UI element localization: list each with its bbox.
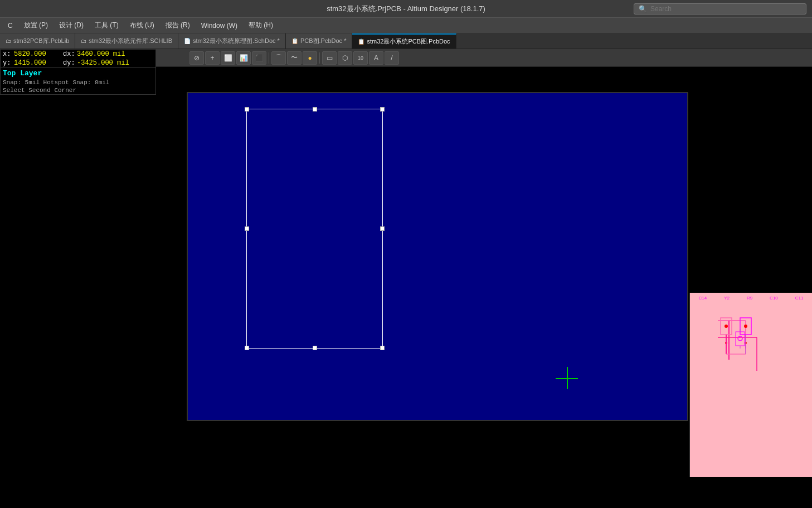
svg-point-17 [738, 336, 742, 341]
svg-point-8 [744, 325, 747, 328]
toolbar-add-btn[interactable]: + [205, 51, 220, 65]
toolbar-route-btn[interactable]: ⌒ [271, 51, 286, 65]
tab-pcbdoc[interactable]: 📋 PCB图.PcbDoc * [286, 33, 353, 49]
mini-preview-content: C14 Y2 R9 C10 C11 [690, 293, 812, 477]
toolbar-poly-btn[interactable]: ⬡ [338, 51, 352, 65]
handle-tr[interactable] [380, 107, 385, 112]
toolbar-text-btn[interactable]: A [369, 51, 383, 65]
app-title: stm32最小系统.PrjPCB - Altium Designer (18.1… [327, 4, 485, 14]
search-box[interactable]: 🔍 [634, 3, 806, 14]
pcb-canvas[interactable]: C14 Y2 R9 C10 C11 [0, 67, 812, 508]
menu-item-place[interactable]: 放置 (P) [18, 19, 54, 32]
search-input[interactable] [650, 5, 795, 13]
toolbar-filter-btn[interactable]: ⊘ [189, 51, 204, 65]
menu-item-route[interactable]: 布线 (U) [124, 19, 160, 32]
tab-label-1: stm32PCB库.PcbLib [13, 37, 69, 45]
handle-ml[interactable] [245, 226, 249, 231]
menu-item-help[interactable]: 帮助 (H) [243, 19, 279, 32]
crosshair-horizontal [556, 378, 578, 379]
mini-label-r9: R9 [747, 296, 752, 301]
toolbar-select-btn[interactable]: ⬜ [221, 51, 235, 65]
toolbar-component-btn[interactable]: ⬛ [252, 51, 266, 65]
tab-icon-2: 🗂 [81, 38, 86, 44]
tab-icon-5: 📋 [358, 38, 364, 45]
menu-item-tools[interactable]: 工具 (T) [89, 19, 124, 32]
menu-item-report[interactable]: 报告 (R) [160, 19, 196, 32]
tab-schlib[interactable]: 🗂 stm32最小系统元件库.SCHLIB [75, 33, 178, 49]
menu-item-design[interactable]: 设计 (D) [54, 19, 89, 32]
mini-label-y2: Y2 [724, 296, 730, 301]
snap-info: Snap: 5mil Hotspot Snap: 8mil [1, 79, 155, 86]
mini-label-c10: C10 [770, 296, 778, 301]
handle-tc[interactable] [313, 107, 317, 112]
menu-item-c[interactable]: C [2, 20, 18, 31]
tab-pcblib[interactable]: 🗂 stm32PCB库.PcbLib [0, 33, 75, 49]
tab-bar: 🗂 stm32PCB库.PcbLib 🗂 stm32最小系统元件库.SCHLIB… [0, 33, 812, 49]
select-info: Select Second Corner [1, 86, 155, 94]
mini-schematic [701, 304, 801, 460]
tab-label-4: PCB图.PcbDoc * [300, 37, 347, 45]
toolbar-sep-1 [269, 52, 269, 64]
pcb-board[interactable] [246, 109, 383, 349]
y-value: 1415.000 [14, 59, 59, 67]
layer-name: Top Layer [3, 69, 153, 78]
handle-bc[interactable] [313, 346, 317, 350]
dx-label: dx: [63, 50, 77, 58]
handle-bl[interactable] [245, 346, 249, 350]
coord-panel: x: 5820.000 dx: 3460.000 mil y: 1415.000… [0, 49, 156, 95]
dy-label: dy: [63, 59, 77, 67]
pcb-workspace[interactable] [187, 92, 688, 421]
search-icon: 🔍 [639, 5, 647, 13]
mini-label-c14: C14 [698, 296, 707, 301]
x-label: x: [3, 50, 14, 58]
tab-label-5: stm32最小系统PCB图.PcbDoc [367, 37, 450, 46]
layer-panel: Top Layer [1, 67, 155, 79]
tab-schdoc[interactable]: 📄 stm32最小系统原理图.SchDoc * [178, 33, 286, 49]
toolbar-pin-btn[interactable]: ● [303, 51, 317, 65]
tab-label-2: stm32最小系统元件库.SCHLIB [89, 37, 172, 45]
tab-icon-3: 📄 [184, 38, 191, 44]
dx-value: 3460.000 mil [77, 50, 125, 58]
tab-icon-4: 📋 [291, 38, 298, 44]
toolbar-line-btn[interactable]: / [385, 51, 399, 65]
toolbar-wave-btn[interactable]: 〜 [287, 51, 302, 65]
toolbar-rect-btn[interactable]: ▭ [322, 51, 337, 65]
toolbar-chart-btn[interactable]: 📊 [236, 51, 251, 65]
mini-component-labels: C14 Y2 R9 C10 C11 [690, 296, 812, 301]
tab-label-3: stm32最小系统原理图.SchDoc * [193, 37, 280, 45]
menu-item-window[interactable]: Window (W) [196, 20, 243, 31]
toolbar-sep-2 [319, 52, 320, 64]
mini-label-c11: C11 [795, 296, 804, 301]
mini-svg [701, 304, 801, 460]
coord-y-row: y: 1415.000 dy: -3425.000 mil [1, 59, 155, 67]
handle-mr[interactable] [380, 226, 385, 231]
coord-x-row: x: 5820.000 dx: 3460.000 mil [1, 50, 155, 59]
title-bar: stm32最小系统.PrjPCB - Altium Designer (18.1… [0, 0, 812, 18]
svg-point-7 [725, 325, 728, 328]
mini-preview: C14 Y2 R9 C10 C11 [689, 293, 812, 477]
canvas-area[interactable]: C14 Y2 R9 C10 C11 [0, 67, 812, 508]
toolbar-num-btn[interactable]: 10 [353, 51, 368, 65]
x-value: 5820.000 [14, 50, 59, 58]
dy-value: -3425.000 mil [77, 59, 129, 67]
handle-tl[interactable] [245, 107, 249, 112]
menu-bar: C 放置 (P) 设计 (D) 工具 (T) 布线 (U) 报告 (R) Win… [0, 18, 812, 33]
handle-br[interactable] [380, 346, 385, 350]
tab-icon-1: 🗂 [6, 38, 11, 44]
y-label: y: [3, 59, 14, 67]
tab-stm32-pcb[interactable]: 📋 stm32最小系统PCB图.PcbDoc [352, 33, 456, 49]
